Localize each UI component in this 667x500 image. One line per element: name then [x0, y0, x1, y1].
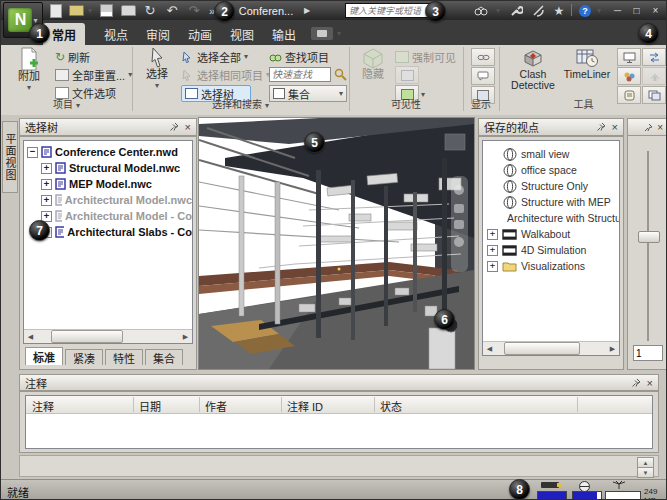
pin-icon[interactable]	[644, 123, 653, 132]
append-button[interactable]: 附加▾	[7, 47, 51, 97]
horizontal-scrollbar[interactable]: ◀ ▶	[483, 341, 619, 355]
select-all-button[interactable]: 选择全部▾	[181, 49, 248, 64]
viewpoint-folder-item[interactable]: + Visualizations	[487, 258, 619, 274]
tree-item[interactable]: + Architectural Model.nwc	[27, 192, 192, 208]
close-icon[interactable]: ×	[657, 122, 663, 133]
tab-output[interactable]: 输出	[263, 23, 305, 45]
close-icon[interactable]: ×	[185, 121, 191, 133]
group-label-select-search[interactable]: 选择和搜索 ▾	[132, 98, 349, 111]
viewpoint-folder-item[interactable]: + 4D Simulation	[487, 242, 619, 258]
tree-tab-properties[interactable]: 特性	[105, 349, 143, 365]
tab-view[interactable]: 视图	[221, 23, 263, 45]
find-dropdown-caret[interactable]: ▾	[493, 2, 503, 19]
clash-detective-button[interactable]: Clash Detective	[507, 47, 559, 97]
help-dropdown-caret[interactable]: ▾	[594, 2, 604, 19]
communication-center-button[interactable]	[528, 2, 548, 19]
tree-item[interactable]: + MEP Model.nwc	[27, 176, 192, 192]
scrollbar-thumb[interactable]	[504, 342, 580, 355]
tilt-bar-title[interactable]: ×	[628, 119, 666, 136]
open-dropdown-caret[interactable]: ▾	[85, 2, 95, 19]
open-file-button[interactable]	[67, 2, 85, 19]
hide-button[interactable]: 隐藏	[355, 47, 391, 97]
slider-track[interactable]	[647, 151, 649, 341]
redo-button[interactable]: ↷	[185, 2, 203, 19]
hide-unselected-button[interactable]	[395, 66, 419, 84]
column-header[interactable]: 注释	[32, 398, 54, 414]
new-file-button[interactable]	[47, 2, 65, 19]
group-label-project[interactable]: 项目 ▾	[1, 98, 132, 111]
expand-icon[interactable]: +	[487, 245, 498, 256]
tab-review[interactable]: 审阅	[137, 23, 179, 45]
save-button[interactable]	[97, 2, 115, 19]
tab-viewpoint[interactable]: 视点	[95, 23, 137, 45]
minimize-button[interactable]: ─	[609, 3, 626, 17]
help-button[interactable]: ?	[577, 2, 593, 19]
refresh-button[interactable]: ↻	[141, 2, 159, 19]
refresh-model-button[interactable]: ↻刷新	[55, 49, 90, 64]
tree-tab-compact[interactable]: 紧凑	[65, 349, 103, 365]
collapse-icon[interactable]: −	[27, 147, 38, 158]
reset-all-button[interactable]: 全部重置...▾	[55, 67, 132, 82]
scroll-left-icon[interactable]: ◀	[483, 342, 496, 355]
print-button[interactable]	[119, 2, 137, 19]
favorites-button[interactable]: ★	[550, 2, 568, 19]
tree-item[interactable]: − Conference Center.nwd	[27, 144, 192, 160]
require-button[interactable]: 强制可见	[395, 49, 456, 64]
tree-item[interactable]: + Architectural Slabs - Co	[27, 224, 192, 240]
find-items-button[interactable]: 查找项目	[269, 49, 329, 64]
viewpoint-folder-item[interactable]: + Walkabout	[487, 226, 619, 242]
expand-icon[interactable]: +	[41, 163, 52, 174]
options-button[interactable]	[506, 2, 526, 19]
tilt-value-input[interactable]	[633, 345, 663, 361]
magnifier-icon[interactable]	[334, 68, 347, 81]
plan-view-side-tab[interactable]: 平面视图	[2, 121, 18, 193]
tree-item[interactable]: + Structural Model.nwc	[27, 160, 192, 176]
close-icon[interactable]: ×	[647, 377, 653, 389]
3d-viewport[interactable]	[198, 117, 475, 370]
selection-tree-panel-title[interactable]: 选择树 ×	[19, 118, 197, 136]
scroll-down-button[interactable]: ▼	[637, 467, 654, 478]
pin-icon[interactable]	[169, 122, 179, 132]
column-header[interactable]: 注释 ID	[287, 398, 323, 414]
scroll-right-icon[interactable]: ▶	[606, 342, 619, 355]
links-button[interactable]	[471, 48, 495, 66]
viewpoint-item[interactable]: Structure with MEP	[487, 194, 619, 210]
close-icon[interactable]: ×	[612, 121, 618, 133]
maximize-button[interactable]: □	[628, 3, 645, 17]
comments-table[interactable]: 注释 日期 作者 注释 ID 状态	[25, 395, 653, 449]
saved-viewpoints-panel-title[interactable]: 保存的视点 ×	[478, 118, 624, 136]
column-header[interactable]: 日期	[139, 398, 161, 414]
selection-tree-view[interactable]: − Conference Center.nwd + Structural Mod…	[23, 140, 193, 344]
horizontal-scrollbar[interactable]: ◀ ▶	[24, 329, 192, 343]
expand-icon[interactable]: +	[487, 261, 498, 272]
saved-viewpoints-view[interactable]: small view office space Structure Only S…	[482, 140, 620, 356]
column-header[interactable]: 状态	[380, 398, 402, 414]
render-style-button[interactable]	[311, 27, 333, 40]
quick-find-input[interactable]	[269, 67, 331, 82]
animator-button[interactable]	[617, 67, 641, 85]
tab-animation[interactable]: 动画	[179, 23, 221, 45]
tree-tab-sets[interactable]: 集合	[145, 349, 183, 365]
scroll-right-icon[interactable]: ▶	[179, 330, 192, 343]
scrollbar-thumb[interactable]	[51, 330, 123, 343]
comments-panel-title[interactable]: 注释 ×	[19, 374, 659, 391]
tree-tab-standard[interactable]: 标准	[25, 347, 63, 365]
pin-icon[interactable]	[631, 378, 641, 388]
column-header[interactable]: 作者	[205, 398, 227, 414]
quick-properties-button[interactable]	[471, 67, 495, 85]
expand-icon[interactable]: +	[487, 229, 498, 240]
slider-handle[interactable]	[638, 231, 660, 243]
caret-down-icon[interactable]: ▾	[337, 29, 341, 38]
select-button[interactable]: 选择▾	[139, 47, 175, 97]
viewpoint-item[interactable]: office space	[487, 162, 619, 178]
viewpoint-item[interactable]: Structure Only	[487, 178, 619, 194]
select-same-button[interactable]: 选择相同项目▾	[181, 67, 270, 82]
batch-utility-button[interactable]	[642, 67, 666, 85]
close-button[interactable]: ×	[647, 3, 664, 17]
compare-button[interactable]	[642, 48, 666, 66]
presenter-button[interactable]	[617, 48, 641, 66]
pin-icon[interactable]	[596, 122, 606, 132]
scroll-left-icon[interactable]: ◀	[24, 330, 37, 343]
timeliner-button[interactable]: TimeLiner	[561, 47, 613, 97]
search-find-button[interactable]	[471, 2, 491, 19]
